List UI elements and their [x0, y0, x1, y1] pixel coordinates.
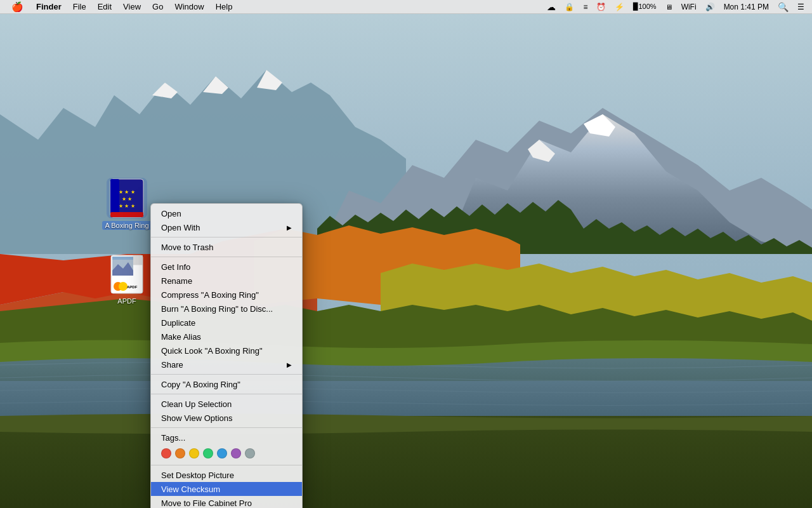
icon-label-boxing-ring: A Boxing Ring [102, 221, 151, 230]
menu-tags[interactable]: Tags... [151, 431, 302, 444]
tag-yellow[interactable] [189, 448, 199, 458]
svg-text:APDF: APDF [127, 285, 138, 289]
tag-purple[interactable] [231, 448, 241, 458]
apple-menu[interactable]: 🍎 [5, 0, 30, 14]
menu-quick-look[interactable]: Quick Look "A Boxing Ring" [151, 344, 302, 358]
tag-blue[interactable] [217, 448, 227, 458]
open-with-arrow: ▶ [287, 224, 292, 231]
tag-red[interactable] [161, 448, 171, 458]
bluetooth-icon: ⚡ [612, 0, 627, 14]
tag-orange[interactable] [175, 448, 185, 458]
menu-move-to-cabinet[interactable]: Move to File Cabinet Pro [151, 496, 302, 508]
list-icon: ≡ [580, 0, 590, 14]
svg-point-13 [119, 282, 128, 291]
lock-icon: 🔒 [562, 0, 577, 14]
menu-view-checksum[interactable]: View Checksum [151, 482, 302, 496]
separator-1 [151, 237, 302, 237]
menu-bar: 🍎 Finder File Edit View Go Window Help ☁… [0, 0, 812, 14]
menu-duplicate[interactable]: Duplicate [151, 316, 302, 330]
menu-move-to-trash[interactable]: Move to Trash [151, 240, 302, 254]
screen-icon: 🖥 [663, 0, 675, 14]
menu-finder[interactable]: Finder [31, 0, 67, 14]
menu-window[interactable]: Window [169, 0, 209, 14]
menu-make-alias[interactable]: Make Alias [151, 330, 302, 344]
battery-indicator: ▉100% [631, 0, 658, 14]
menu-set-desktop-picture[interactable]: Set Desktop Picture [151, 468, 302, 482]
desktop-icon-apdf[interactable]: APDF APDF [102, 254, 152, 305]
notification-icon[interactable]: ☰ [795, 0, 807, 14]
separator-3 [151, 374, 302, 375]
tag-green[interactable] [203, 448, 213, 458]
menu-help[interactable]: Help [211, 0, 238, 14]
share-arrow: ▶ [287, 361, 292, 368]
wifi-icon: WiFi [679, 0, 699, 14]
menu-view[interactable]: View [118, 0, 146, 14]
svg-text:★ ★ ★: ★ ★ ★ [119, 189, 134, 195]
timemachine-icon: ⏰ [594, 0, 608, 14]
menu-open-with[interactable]: Open With ▶ [151, 220, 302, 234]
menu-get-info[interactable]: Get Info [151, 260, 302, 274]
datetime[interactable]: Mon 1:41 PM [721, 0, 771, 14]
separator-6 [151, 465, 302, 465]
menu-go[interactable]: Go [147, 0, 168, 14]
svg-text:★ ★ ★: ★ ★ ★ [119, 203, 134, 209]
svg-text:★   ★: ★ ★ [122, 196, 132, 202]
svg-rect-9 [133, 255, 143, 265]
menu-open[interactable]: Open [151, 206, 302, 220]
separator-4 [151, 394, 302, 394]
separator-5 [151, 427, 302, 428]
menu-file[interactable]: File [68, 0, 91, 14]
menu-compress[interactable]: Compress "A Boxing Ring" [151, 288, 302, 302]
separator-2 [151, 257, 302, 257]
menu-copy[interactable]: Copy "A Boxing Ring" [151, 377, 302, 391]
menu-show-view-options[interactable]: Show View Options [151, 411, 302, 425]
menu-share[interactable]: Share ▶ [151, 358, 302, 371]
tag-gray[interactable] [245, 448, 255, 458]
search-icon[interactable]: 🔍 [775, 0, 791, 14]
icloud-icon: ☁ [544, 0, 558, 14]
desktop-icon-boxing-ring[interactable]: ★ ★ ★ ★ ★ ★ ★ ★ A Boxing Ring [102, 178, 152, 230]
icon-label-apdf: APDF [117, 297, 136, 305]
menu-clean-up[interactable]: Clean Up Selection [151, 397, 302, 411]
volume-icon: 🔊 [703, 0, 717, 14]
menu-tag-colors [151, 444, 302, 462]
svg-rect-7 [110, 212, 143, 217]
menu-edit[interactable]: Edit [93, 0, 117, 14]
svg-rect-11 [112, 257, 133, 260]
menu-burn[interactable]: Burn "A Boxing Ring" to Disc... [151, 302, 302, 316]
menu-rename[interactable]: Rename [151, 274, 302, 288]
context-menu: Open Open With ▶ Move to Trash Get Info … [150, 203, 303, 508]
svg-rect-3 [110, 179, 119, 217]
